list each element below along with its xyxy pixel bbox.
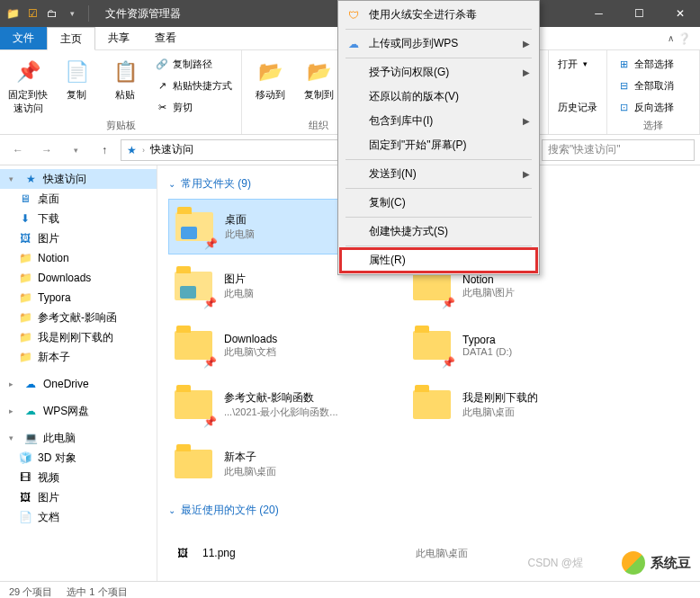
- pin-icon: 📌: [203, 415, 217, 428]
- invert-button[interactable]: ⊡反向选择: [613, 97, 694, 117]
- onedrive-icon: ☁: [23, 377, 38, 391]
- statusbar: 29 个项目 选中 1 个项目: [0, 581, 700, 598]
- selectall-button[interactable]: ⊞全部选择: [613, 54, 694, 74]
- folder-item-deleted[interactable]: 我是刚刚下载的此电脑\桌面: [407, 377, 627, 433]
- sidebar-item-downloads-en[interactable]: 📁Downloads: [0, 268, 157, 288]
- ctx-grant[interactable]: 授予访问权限(G)▶: [340, 60, 537, 85]
- forward-button[interactable]: →: [34, 138, 59, 162]
- help-icon[interactable]: ❔: [678, 32, 691, 45]
- paste-button[interactable]: 📋 粘贴: [103, 54, 148, 117]
- picture-icon: 🖼: [18, 490, 32, 504]
- invert-icon: ⊡: [616, 100, 631, 114]
- folder-item-ref[interactable]: 📌 参考文献-影响函数...\2021-最小化影响函数...: [168, 377, 389, 433]
- ctx-wps[interactable]: ☁上传或同步到WPS▶: [340, 31, 537, 56]
- history-button[interactable]: 历史记录: [554, 97, 601, 117]
- sidebar-item-quickaccess[interactable]: ▾★快速访问: [0, 169, 157, 189]
- sidebar-item-3d[interactable]: 🧊3D 对象: [0, 448, 157, 468]
- folder-icon: 📁: [18, 290, 32, 305]
- wps-icon: ☁: [23, 404, 38, 418]
- qat-checkbox-icon[interactable]: ☑: [25, 6, 40, 21]
- open-button[interactable]: 打开▾: [554, 54, 601, 74]
- qat-folder-icon[interactable]: 🗀: [45, 6, 59, 21]
- ctx-pinstart[interactable]: 固定到"开始"屏幕(P): [340, 133, 537, 157]
- sidebar-item-deleted[interactable]: 📁我是刚刚下载的: [0, 327, 157, 347]
- sidebar-item-onedrive[interactable]: ▸☁OneDrive: [0, 374, 157, 394]
- recent-file-item[interactable]: 🖼 11.png此电脑\桌面: [168, 525, 636, 581]
- sidebar-item-downloads[interactable]: ⬇下载: [0, 209, 157, 228]
- sidebar-item-ref[interactable]: 📁参考文献-影响函: [0, 308, 157, 327]
- pin-quickaccess-button[interactable]: 📌 固定到快 速访问: [5, 54, 50, 117]
- sidebar-item-typora[interactable]: 📁Typora: [0, 288, 157, 308]
- folder-icon: 📁: [18, 271, 32, 285]
- folder-item-downloads-en[interactable]: 📌 Downloads此电脑\文档: [168, 317, 389, 373]
- context-menu: 🛡使用火绒安全进行杀毒 ☁上传或同步到WPS▶ 授予访问权限(G)▶ 还原以前的…: [337, 0, 540, 275]
- recent-dropdown[interactable]: ▾: [63, 138, 88, 162]
- search-placeholder: 搜索"快速访问": [548, 142, 621, 157]
- copyto-button[interactable]: 📂 复制到: [296, 54, 341, 117]
- sidebar-item-wps[interactable]: ▸☁WPS网盘: [0, 401, 157, 421]
- minimize-button[interactable]: ─: [579, 0, 619, 27]
- star-icon: ★: [127, 144, 137, 156]
- submenu-arrow-icon: ▶: [523, 39, 530, 49]
- section-recent[interactable]: ⌄最近使用的文件 (20): [168, 503, 689, 518]
- cut-button[interactable]: ✂剪切: [151, 97, 236, 117]
- copy-button[interactable]: 📄 复制: [54, 54, 99, 117]
- star-icon: ★: [23, 172, 38, 186]
- sidebar-item-pictures[interactable]: 🖼图片: [0, 228, 157, 248]
- up-button[interactable]: ↑: [92, 138, 117, 162]
- pasteshortcut-button[interactable]: ↗粘贴快捷方式: [151, 76, 236, 95]
- shield-icon: 🛡: [346, 7, 362, 23]
- tab-share[interactable]: 共享: [95, 27, 142, 49]
- ctx-copy[interactable]: 复制(C): [340, 191, 537, 215]
- submenu-arrow-icon: ▶: [523, 169, 530, 179]
- folder-item-newbook[interactable]: 新本子此电脑\桌面: [168, 436, 389, 492]
- copypath-button[interactable]: 🔗复制路径: [151, 54, 236, 74]
- sidebar-item-pictures2[interactable]: 🖼图片: [0, 487, 157, 507]
- csdn-watermark: CSDN @煋: [527, 556, 583, 571]
- ctx-shortcut[interactable]: 创建快捷方式(S): [340, 219, 537, 244]
- tab-view[interactable]: 查看: [142, 27, 189, 49]
- shortcut-icon: ↗: [155, 78, 169, 93]
- ribbon-collapse-icon[interactable]: ∧: [668, 33, 674, 43]
- group-clipboard-label: 剪贴板: [5, 117, 236, 134]
- selected-count: 选中 1 个项目: [67, 585, 127, 598]
- maximize-button[interactable]: ☐: [619, 0, 660, 27]
- moveto-button[interactable]: 📂 移动到: [247, 54, 292, 117]
- ctx-huorong[interactable]: 🛡使用火绒安全进行杀毒: [340, 3, 537, 27]
- video-icon: 🎞: [18, 470, 32, 485]
- pin-icon: 📌: [204, 237, 218, 250]
- close-button[interactable]: ✕: [660, 0, 700, 27]
- path-icon: 🔗: [155, 57, 169, 71]
- folder-icon: 📁: [18, 251, 32, 265]
- paste-icon: 📋: [111, 58, 139, 86]
- selectall-icon: ⊞: [616, 57, 631, 71]
- selectnone-button[interactable]: ⊟全部取消: [613, 76, 694, 95]
- back-button[interactable]: ←: [5, 138, 31, 162]
- desktop-icon: 🖥: [18, 192, 32, 206]
- sidebar-item-docs[interactable]: 📄文档: [0, 507, 157, 527]
- ctx-restore[interactable]: 还原以前的版本(V): [340, 85, 537, 109]
- sidebar-item-video[interactable]: 🎞视频: [0, 468, 157, 487]
- sidebar-item-thispc[interactable]: ▾💻此电脑: [0, 428, 157, 448]
- pc-icon: 💻: [23, 431, 38, 445]
- folder-icon: 📁: [18, 350, 32, 364]
- ctx-sendto[interactable]: 发送到(N)▶: [340, 162, 537, 186]
- tab-home[interactable]: 主页: [47, 27, 95, 50]
- chevron-down-icon: ⌄: [168, 179, 175, 189]
- cut-icon: ✂: [155, 100, 169, 114]
- qat-dropdown-icon[interactable]: ▾: [65, 6, 79, 21]
- ctx-properties[interactable]: 属性(R): [340, 248, 537, 272]
- sidebar-item-notion[interactable]: 📁Notion: [0, 248, 157, 268]
- sidebar-item-desktop[interactable]: 🖥桌面: [0, 189, 157, 209]
- cloud-icon: ☁: [346, 36, 362, 52]
- watermark-icon: [622, 551, 645, 575]
- file-icon: 🖼: [177, 547, 188, 559]
- tab-file[interactable]: 文件: [0, 27, 47, 49]
- sidebar-item-newbook[interactable]: 📁新本子: [0, 347, 157, 367]
- pin-icon: 📌: [203, 297, 217, 309]
- watermark: 系统豆: [622, 551, 691, 575]
- search-box[interactable]: 搜索"快速访问": [542, 139, 695, 161]
- submenu-arrow-icon: ▶: [523, 116, 530, 126]
- ctx-include[interactable]: 包含到库中(I)▶: [340, 109, 537, 133]
- folder-item-typora[interactable]: 📌 TyporaDATA1 (D:): [407, 317, 627, 373]
